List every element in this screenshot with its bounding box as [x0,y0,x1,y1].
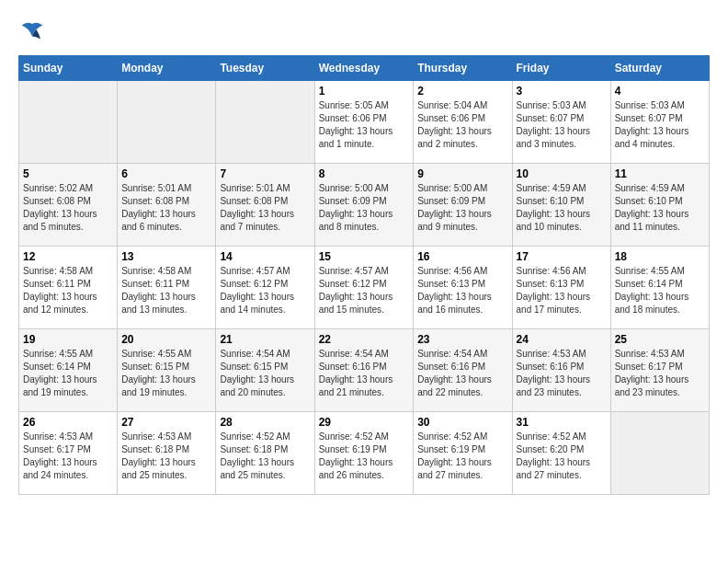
logo-bird-icon [18,18,46,46]
calendar-cell [118,81,216,164]
day-info: Sunrise: 4:59 AM Sunset: 6:10 PM Dayligh… [615,182,705,234]
day-number: 7 [220,167,310,180]
day-info: Sunrise: 4:54 AM Sunset: 6:15 PM Dayligh… [220,348,310,399]
calendar-cell: 30Sunrise: 4:52 AM Sunset: 6:19 PM Dayli… [414,412,512,495]
day-number: 28 [220,416,310,429]
day-info: Sunrise: 4:59 AM Sunset: 6:10 PM Dayligh… [517,182,607,234]
calendar-cell: 29Sunrise: 4:52 AM Sunset: 6:19 PM Dayli… [314,412,414,495]
calendar-cell: 23Sunrise: 4:54 AM Sunset: 6:16 PM Dayli… [414,329,512,412]
calendar-week-row: 19Sunrise: 4:55 AM Sunset: 6:14 PM Dayli… [19,329,710,412]
calendar-week-row: 26Sunrise: 4:53 AM Sunset: 6:17 PM Dayli… [19,412,710,495]
calendar-cell: 16Sunrise: 4:56 AM Sunset: 6:13 PM Dayli… [414,247,512,329]
calendar-week-row: 12Sunrise: 4:58 AM Sunset: 6:11 PM Dayli… [19,247,710,329]
calendar-cell: 21Sunrise: 4:54 AM Sunset: 6:15 PM Dayli… [216,329,314,412]
page-header [18,18,710,46]
calendar-cell: 3Sunrise: 5:03 AM Sunset: 6:07 PM Daylig… [512,81,610,164]
day-number: 22 [319,333,410,346]
day-number: 18 [615,250,705,263]
day-number: 2 [417,85,507,98]
day-number: 12 [23,250,113,263]
calendar-cell: 1Sunrise: 5:05 AM Sunset: 6:06 PM Daylig… [314,81,414,164]
day-number: 30 [417,416,507,429]
day-info: Sunrise: 4:54 AM Sunset: 6:16 PM Dayligh… [417,348,507,399]
calendar-cell: 25Sunrise: 4:53 AM Sunset: 6:17 PM Dayli… [610,329,709,412]
day-info: Sunrise: 4:56 AM Sunset: 6:13 PM Dayligh… [417,265,507,316]
calendar-cell: 12Sunrise: 4:58 AM Sunset: 6:11 PM Dayli… [19,247,118,329]
calendar-cell: 26Sunrise: 4:53 AM Sunset: 6:17 PM Dayli… [19,412,118,495]
day-info: Sunrise: 4:57 AM Sunset: 6:12 PM Dayligh… [220,265,310,316]
day-info: Sunrise: 5:05 AM Sunset: 6:06 PM Dayligh… [319,99,410,151]
day-info: Sunrise: 4:53 AM Sunset: 6:18 PM Dayligh… [121,431,211,482]
weekday-header: Tuesday [216,56,314,81]
day-info: Sunrise: 4:53 AM Sunset: 6:17 PM Dayligh… [615,348,705,399]
weekday-header: Wednesday [314,56,414,81]
day-info: Sunrise: 4:54 AM Sunset: 6:16 PM Dayligh… [319,348,410,399]
weekday-header: Monday [118,56,216,81]
calendar-cell [610,412,709,495]
day-info: Sunrise: 4:55 AM Sunset: 6:15 PM Dayligh… [121,348,211,399]
calendar-cell: 10Sunrise: 4:59 AM Sunset: 6:10 PM Dayli… [512,164,610,247]
calendar-cell [216,81,314,164]
day-number: 5 [23,167,113,180]
weekday-header: Friday [512,56,610,81]
day-info: Sunrise: 4:57 AM Sunset: 6:12 PM Dayligh… [319,265,410,316]
day-number: 26 [23,416,113,429]
calendar-cell: 28Sunrise: 4:52 AM Sunset: 6:18 PM Dayli… [216,412,314,495]
day-number: 10 [517,167,607,180]
day-info: Sunrise: 4:52 AM Sunset: 6:18 PM Dayligh… [220,431,310,482]
calendar-cell: 8Sunrise: 5:00 AM Sunset: 6:09 PM Daylig… [314,164,414,247]
day-number: 21 [220,333,310,346]
day-info: Sunrise: 5:00 AM Sunset: 6:09 PM Dayligh… [319,182,410,234]
weekday-header: Saturday [610,56,709,81]
calendar-cell: 2Sunrise: 5:04 AM Sunset: 6:06 PM Daylig… [414,81,512,164]
day-number: 19 [23,333,113,346]
day-info: Sunrise: 4:58 AM Sunset: 6:11 PM Dayligh… [23,265,113,316]
calendar-cell: 31Sunrise: 4:52 AM Sunset: 6:20 PM Dayli… [512,412,610,495]
day-number: 8 [319,167,410,180]
day-number: 14 [220,250,310,263]
day-info: Sunrise: 4:53 AM Sunset: 6:16 PM Dayligh… [517,348,607,399]
day-info: Sunrise: 5:03 AM Sunset: 6:07 PM Dayligh… [615,99,705,151]
day-number: 9 [417,167,507,180]
day-number: 16 [417,250,507,263]
day-number: 3 [517,85,607,98]
day-number: 4 [615,85,705,98]
day-info: Sunrise: 5:02 AM Sunset: 6:08 PM Dayligh… [23,182,113,234]
day-info: Sunrise: 4:52 AM Sunset: 6:19 PM Dayligh… [319,431,410,482]
day-info: Sunrise: 5:01 AM Sunset: 6:08 PM Dayligh… [121,182,211,234]
weekday-header: Sunday [19,56,118,81]
day-number: 23 [417,333,507,346]
calendar-table: SundayMondayTuesdayWednesdayThursdayFrid… [18,55,710,495]
calendar-cell: 24Sunrise: 4:53 AM Sunset: 6:16 PM Dayli… [512,329,610,412]
calendar-body: 1Sunrise: 5:05 AM Sunset: 6:06 PM Daylig… [19,81,710,495]
day-info: Sunrise: 5:04 AM Sunset: 6:06 PM Dayligh… [417,99,507,151]
calendar-week-row: 5Sunrise: 5:02 AM Sunset: 6:08 PM Daylig… [19,164,710,247]
calendar-cell: 18Sunrise: 4:55 AM Sunset: 6:14 PM Dayli… [610,247,709,329]
day-info: Sunrise: 4:52 AM Sunset: 6:19 PM Dayligh… [417,431,507,482]
day-number: 11 [615,167,705,180]
calendar-cell [19,81,118,164]
calendar-cell: 13Sunrise: 4:58 AM Sunset: 6:11 PM Dayli… [118,247,216,329]
day-info: Sunrise: 5:03 AM Sunset: 6:07 PM Dayligh… [517,99,607,151]
logo [18,18,50,46]
calendar-cell: 19Sunrise: 4:55 AM Sunset: 6:14 PM Dayli… [19,329,118,412]
day-number: 15 [319,250,410,263]
weekday-header: Thursday [414,56,512,81]
calendar-cell: 11Sunrise: 4:59 AM Sunset: 6:10 PM Dayli… [610,164,709,247]
day-number: 27 [121,416,211,429]
calendar-cell: 7Sunrise: 5:01 AM Sunset: 6:08 PM Daylig… [216,164,314,247]
day-info: Sunrise: 4:52 AM Sunset: 6:20 PM Dayligh… [517,431,607,482]
calendar-week-row: 1Sunrise: 5:05 AM Sunset: 6:06 PM Daylig… [19,81,710,164]
calendar-cell: 15Sunrise: 4:57 AM Sunset: 6:12 PM Dayli… [314,247,414,329]
day-number: 13 [121,250,211,263]
calendar-cell: 5Sunrise: 5:02 AM Sunset: 6:08 PM Daylig… [19,164,118,247]
day-number: 25 [615,333,705,346]
day-info: Sunrise: 4:56 AM Sunset: 6:13 PM Dayligh… [517,265,607,316]
calendar-header: SundayMondayTuesdayWednesdayThursdayFrid… [19,56,710,81]
day-number: 31 [517,416,607,429]
day-info: Sunrise: 4:53 AM Sunset: 6:17 PM Dayligh… [23,431,113,482]
day-number: 1 [319,85,410,98]
calendar-cell: 6Sunrise: 5:01 AM Sunset: 6:08 PM Daylig… [118,164,216,247]
day-info: Sunrise: 5:00 AM Sunset: 6:09 PM Dayligh… [417,182,507,234]
day-info: Sunrise: 4:55 AM Sunset: 6:14 PM Dayligh… [615,265,705,316]
